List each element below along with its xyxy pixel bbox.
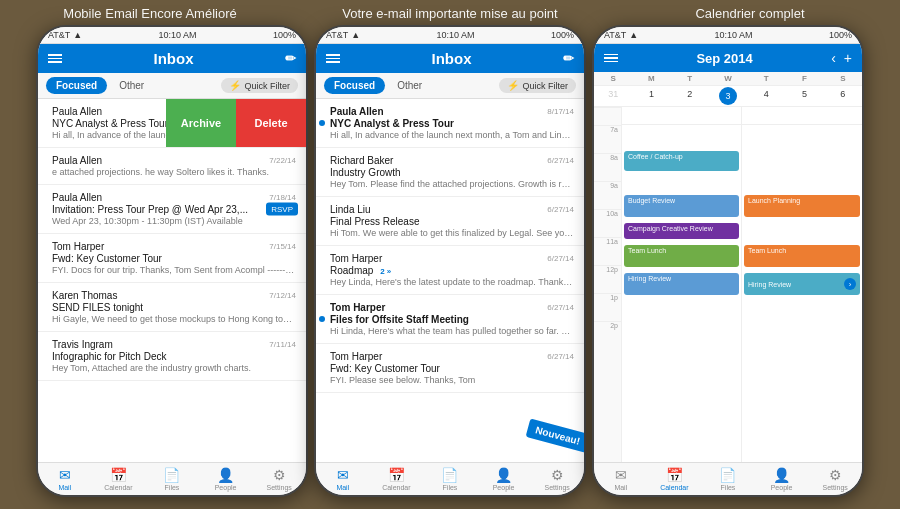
email-list-2: Paula Allen 8/17/14 NYC Analyst & Press … — [316, 99, 584, 462]
nav-calendar-1[interactable]: 📅 Calendar — [92, 467, 146, 491]
phone-2: AT&T ▲ 10:10 AM 100% Inbox ✏ Focused Oth… — [314, 25, 586, 497]
nav-files-3[interactable]: 📄 Files — [701, 467, 755, 491]
tab-focused-2[interactable]: Focused — [324, 77, 385, 94]
date-5: 7/12/14 — [269, 291, 296, 300]
phones-row: AT&T ▲ 10:10 AM 100% Inbox ✏ Focused Oth… — [28, 25, 872, 509]
nav-mail-1[interactable]: ✉ Mail — [38, 467, 92, 491]
dow-s2: S — [824, 72, 862, 85]
nav-files-1[interactable]: 📄 Files — [145, 467, 199, 491]
status-right: 100% — [273, 30, 296, 40]
archive-button[interactable]: Archive — [166, 99, 236, 147]
sender-1: Paula Allen — [52, 106, 102, 117]
event-hiring-1[interactable]: Hiring Review — [624, 273, 739, 295]
email-item-2-6[interactable]: Tom Harper 6/27/14 Fwd: Key Customer Tou… — [316, 344, 584, 393]
tab-other-1[interactable]: Other — [111, 77, 152, 94]
event-teamlunch-1[interactable]: Team Lunch — [624, 245, 739, 267]
hamburger-icon-2[interactable] — [326, 54, 340, 63]
cal-date-31[interactable]: 31 — [594, 86, 632, 106]
event-campaign[interactable]: Campaign Creative Review — [624, 223, 739, 239]
hamburger-icon[interactable] — [48, 54, 62, 63]
quick-filter-2[interactable]: ⚡ Quick Filter — [499, 78, 576, 93]
nav-settings-1[interactable]: ⚙ Settings — [252, 467, 306, 491]
subject-4: Fwd: Key Customer Tour — [52, 253, 296, 264]
mail-icon-2: ✉ — [337, 467, 349, 483]
email-item-2-2[interactable]: Richard Baker 6/27/14 Industry Growth He… — [316, 148, 584, 197]
status-bar-1: AT&T ▲ 10:10 AM 100% — [38, 27, 306, 44]
email-item-3[interactable]: Paula Allen 7/18/14 Invitation: Press To… — [38, 185, 306, 234]
email-item-2-3[interactable]: Linda Liu 6/27/14 Final Press Release Hi… — [316, 197, 584, 246]
delete-button[interactable]: Delete — [236, 99, 306, 147]
top-labels: Mobile Email Encore Amélioré Votre e-mai… — [0, 0, 900, 25]
cal-date-1[interactable]: 1 — [632, 86, 670, 106]
nav-people-1[interactable]: 👤 People — [199, 467, 253, 491]
cal-date-6[interactable]: 6 — [824, 86, 862, 106]
battery: 100% — [273, 30, 296, 40]
cal-date-4[interactable]: 4 — [747, 86, 785, 106]
events-col-2: Launch Planning Team Lunch Hiring Review… — [742, 107, 862, 462]
wifi-icon-3: ▲ — [629, 30, 638, 40]
email-item-4[interactable]: Tom Harper 7/15/14 Fwd: Key Customer Tou… — [38, 234, 306, 283]
event-teamlunch-2[interactable]: Team Lunch — [744, 245, 860, 267]
cal-add[interactable]: + — [844, 50, 852, 66]
time-col: 7a 8a 9a 10a 11a 12p 1p 2p — [594, 107, 622, 462]
time-12p: 12p — [594, 265, 621, 293]
email-item-5[interactable]: Karen Thomas 7/12/14 SEND FILES tonight … — [38, 283, 306, 332]
email-item-2[interactable]: Paula Allen 7/22/14 e attached projectio… — [38, 148, 306, 185]
tab-focused-1[interactable]: Focused — [46, 77, 107, 94]
battery-2: 100% — [551, 30, 574, 40]
email-item-2-5[interactable]: Tom Harper 6/27/14 Files for Offsite Sta… — [316, 295, 584, 344]
inbox-title-1: Inbox — [154, 50, 194, 67]
time-3: 10:10 AM — [715, 30, 753, 40]
email-item-1[interactable]: Paula Allen 7/27/14 NYC Analyst & Press … — [38, 99, 306, 148]
nav-settings-2[interactable]: ⚙ Settings — [530, 467, 584, 491]
time-8a: 8a — [594, 153, 621, 181]
nav-calendar-3[interactable]: 📅 Calendar — [648, 467, 702, 491]
nav-people-3[interactable]: 👤 People — [755, 467, 809, 491]
event-hiring-2[interactable]: Hiring Review › — [744, 273, 860, 295]
nav-people-label: People — [215, 484, 237, 491]
tab-other-2[interactable]: Other — [389, 77, 430, 94]
hamburger-icon-3[interactable] — [604, 54, 618, 63]
quick-filter-1[interactable]: ⚡ Quick Filter — [221, 78, 298, 93]
compose-icon[interactable]: ✏ — [285, 51, 296, 66]
dow-w: W — [709, 72, 747, 85]
unread-dot — [319, 120, 325, 126]
dow-f: F — [785, 72, 823, 85]
slide3-label: Calendrier complet — [600, 6, 900, 21]
nav-people-2[interactable]: 👤 People — [477, 467, 531, 491]
email-item-6[interactable]: Travis Ingram 7/11/14 Infographic for Pi… — [38, 332, 306, 381]
nav-calendar-2[interactable]: 📅 Calendar — [370, 467, 424, 491]
sender-4: Tom Harper — [52, 241, 104, 252]
nav-files-2[interactable]: 📄 Files — [423, 467, 477, 491]
cal-date-3[interactable]: 3 — [719, 87, 737, 105]
cal-prev[interactable]: ‹ — [831, 50, 836, 66]
phone-1: AT&T ▲ 10:10 AM 100% Inbox ✏ Focused Oth… — [36, 25, 308, 497]
date-3: 7/18/14 — [269, 193, 296, 202]
preview-2-4: Hey Linda, Here's the latest update to t… — [330, 277, 574, 287]
subject-3: Invitation: Press Tour Prep @ Wed Apr 23… — [52, 204, 296, 215]
date-2-3: 6/27/14 — [547, 205, 574, 214]
time-allday — [594, 107, 621, 125]
subject-2-1: NYC Analyst & Press Tour — [330, 118, 574, 129]
people-icon-3: 👤 — [773, 467, 790, 483]
preview-2: e attached projections. he way Soltero l… — [52, 167, 296, 177]
mail-icon: ✉ — [59, 467, 71, 483]
cal-nav: ‹ + — [831, 50, 852, 66]
email-item-2-4[interactable]: Tom Harper 6/27/14 Roadmap 2 » Hey Linda… — [316, 246, 584, 295]
cal-dates-row: 31 1 2 3 4 5 6 — [594, 86, 862, 107]
cal-date-5[interactable]: 5 — [785, 86, 823, 106]
nav-mail-3[interactable]: ✉ Mail — [594, 467, 648, 491]
nav-mail-2[interactable]: ✉ Mail — [316, 467, 370, 491]
cal-date-2[interactable]: 2 — [671, 86, 709, 106]
event-budget[interactable]: Budget Review — [624, 195, 739, 217]
event-coffee[interactable]: Coffee / Catch-up — [624, 151, 739, 171]
preview-2-6: FYI. Please see below. Thanks, Tom — [330, 375, 574, 385]
compose-icon-2[interactable]: ✏ — [563, 51, 574, 66]
date-2-1: 8/17/14 — [547, 107, 574, 116]
email-item-2-1[interactable]: Paula Allen 8/17/14 NYC Analyst & Press … — [316, 99, 584, 148]
calendar-header: Sep 2014 ‹ + — [594, 44, 862, 72]
dow-t1: T — [671, 72, 709, 85]
rsvp-badge[interactable]: RSVP — [266, 203, 298, 216]
event-launch[interactable]: Launch Planning — [744, 195, 860, 217]
nav-settings-3[interactable]: ⚙ Settings — [808, 467, 862, 491]
